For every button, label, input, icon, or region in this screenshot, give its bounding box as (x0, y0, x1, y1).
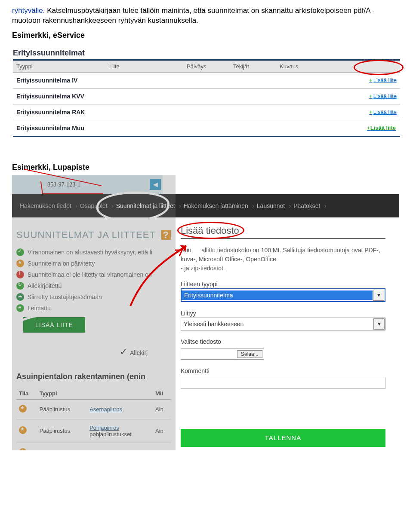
attachment-link[interactable]: Pohjapiirros (89, 425, 119, 431)
legend-text: Suunnitelma on päivitetty (28, 260, 95, 267)
col-tyyppi: Tyyppi (37, 388, 87, 400)
add-file-dialog: Lisää tiedosto Suu allittu tiedostokoko … (176, 217, 391, 449)
col-tekijat: Tekijät (230, 61, 276, 73)
add-attachment-link[interactable]: +Lisää liite (369, 109, 397, 115)
add-attachment-link[interactable]: +Lisää liite (369, 93, 397, 99)
status-updated-icon (19, 448, 27, 450)
add-attachment-link[interactable]: +Lisää liite (369, 77, 397, 83)
cell-type: Pääpiirustus (37, 419, 87, 443)
section-subtitle: Asuinpientalon rakentaminen (enin (16, 372, 145, 381)
breadcrumb-item[interactable]: Osapuolet (76, 202, 112, 209)
parcel-label: 853-97-123-1 (47, 181, 80, 188)
attachments-table: Tila Tyyppi Mil Pääpiirustus Asemapiirro… (16, 388, 171, 450)
chevron-down-icon: ▾ (373, 318, 385, 330)
intro-first-word: ryhtyvälle. (12, 6, 45, 15)
plus-icon: +Lisää liite (367, 125, 396, 131)
legend-list: Viranomainen on alustavasti hyväksynyt, … (12, 247, 176, 314)
intro-paragraph: ryhtyvälle. Katselmuspöytäkirjaan tulee … (0, 0, 413, 29)
comment-input[interactable] (181, 377, 385, 389)
table-row: Pääpiirustus Leikkauspiirros Ain (16, 443, 171, 450)
intro-rest: Katselmuspöytäkirjaan tulee tällöin main… (12, 6, 375, 24)
status-approved-icon (16, 248, 24, 256)
add-attachment-button[interactable]: LISÄÄ LIITE (23, 317, 85, 333)
type-select[interactable]: Erityissuunnitelma ▾ (181, 288, 385, 302)
col-tila: Tila (16, 388, 37, 400)
map-collapse-button[interactable]: ◀ (150, 179, 161, 190)
col-liite: Liite (106, 61, 183, 73)
add-attachment-link[interactable]: +Lisää liite (367, 125, 397, 131)
save-button[interactable]: TALLENNA (181, 429, 385, 447)
table-row: Pääpiirustus Pohjapiirrospohjapiirustuks… (16, 419, 171, 443)
legend-text: Allekirjoitettu (28, 282, 62, 289)
lupapiste-screenshot: 853-97-123-1 ◀ Hakemuksen tiedot Osapuol… (12, 175, 399, 450)
legend-text: Leimattu (28, 305, 51, 312)
status-updated-icon (19, 405, 27, 413)
type-select-value: Erityissuunnitelma (182, 290, 373, 300)
col-mil: Mil (153, 388, 171, 400)
eservice-section-title: Erityissuunnitelmat (13, 49, 400, 58)
row-type: Erityissuunnitelma IV (13, 72, 106, 88)
breadcrumb-item[interactable]: Hakemuksen tiedot (15, 202, 76, 209)
table-row: Erityissuunnitelma IV +Lisää liite (13, 72, 400, 88)
table-row: Pääpiirustus Asemapiirros Ain (16, 399, 171, 419)
plus-icon: + (369, 93, 373, 99)
status-updated-icon (19, 426, 27, 434)
col-link (87, 388, 153, 400)
sign-label: ✓Allekirj (120, 346, 148, 358)
col-paivays: Päiväys (183, 61, 230, 73)
status-missing-icon (16, 271, 24, 278)
heading-eservice: Esimerkki, eService (0, 29, 413, 43)
table-row: Erityissuunnitelma RAK +Lisää liite (13, 104, 400, 120)
cell-type: Pääpiirustus (37, 443, 87, 450)
label-relation: Liittyy (176, 302, 391, 318)
table-row: Erityissuunnitelma Muu +Lisää liite (13, 120, 400, 136)
attachment-link[interactable]: Leikkauspiirros (89, 449, 127, 450)
label-type: Liitteen tyyppi (176, 273, 391, 288)
dialog-title: Lisää tiedosto (176, 217, 391, 236)
breadcrumb-item-active[interactable]: Suunnitelmat ja liitteet (112, 202, 179, 209)
status-updated-icon (16, 260, 24, 267)
col-kuvaus: Kuvaus (276, 61, 354, 73)
row-type: Erityissuunnitelma Muu (13, 120, 106, 136)
status-signed-icon (16, 282, 24, 290)
dialog-description: Suu allittu tiedostokoko on 100 Mt. Sall… (176, 239, 391, 273)
row-type: Erityissuunnitelma RAK (13, 104, 106, 120)
col-tyyppi: Tyyppi (13, 61, 106, 73)
cell-mil: Ain (153, 419, 171, 443)
relation-select[interactable]: Yleisesti hankkeeseen ▾ (181, 318, 385, 330)
browse-button[interactable]: Selaa... (237, 350, 262, 358)
legend-text: Siirretty taustajärjestelmään (28, 294, 102, 300)
map-strip: 853-97-123-1 ◀ (12, 175, 163, 195)
cell-mil: Ain (153, 443, 171, 450)
legend-text: Viranomainen on alustavasti hyväksynyt, … (28, 249, 152, 256)
help-icon[interactable]: ? (161, 230, 171, 240)
breadcrumb-item[interactable]: Lausunnot (253, 202, 289, 209)
breadcrumb-item[interactable]: Päätökset (289, 202, 324, 209)
cell-mil: Ain (153, 399, 171, 419)
left-panel: SUUNNITELMAT JA LIITTEET ? Viranomainen … (12, 217, 176, 450)
label-file: Valitse tiedosto (176, 330, 391, 346)
status-stamped-icon (16, 304, 24, 312)
row-type: Erityissuunnitelma KVV (13, 88, 106, 104)
label-comment: Kommentti (176, 360, 391, 375)
chevron-down-icon: ▾ (373, 290, 384, 301)
breadcrumb: Hakemuksen tiedot Osapuolet Suunnitelmat… (12, 194, 399, 217)
cell-type: Pääpiirustus (37, 399, 87, 419)
col-actions (354, 61, 400, 73)
heading-lupapiste: Esimerkki, Lupapiste (0, 146, 413, 175)
table-row: Erityissuunnitelma KVV +Lisää liite (13, 88, 400, 104)
cell-sublabel: pohjapiirustukset (89, 431, 132, 437)
file-input[interactable]: Selaa... (181, 349, 264, 360)
plus-icon: + (369, 109, 373, 115)
attachment-link[interactable]: Asemapiirros (89, 406, 122, 413)
plus-icon: + (369, 77, 373, 83)
breadcrumb-item[interactable]: Hakemuksen jättäminen (179, 202, 253, 209)
eservice-table: Tyyppi Liite Päiväys Tekijät Kuvaus Erit… (13, 61, 400, 137)
legend-text: Suunnitelmaa ei ole liitetty tai viranom… (28, 271, 152, 278)
status-sent-icon (16, 293, 24, 301)
check-icon: ✓ (120, 346, 127, 357)
panel-title: SUUNNITELMAT JA LIITTEET ? (12, 217, 176, 247)
relation-select-value: Yleisesti hankkeeseen (181, 319, 373, 329)
